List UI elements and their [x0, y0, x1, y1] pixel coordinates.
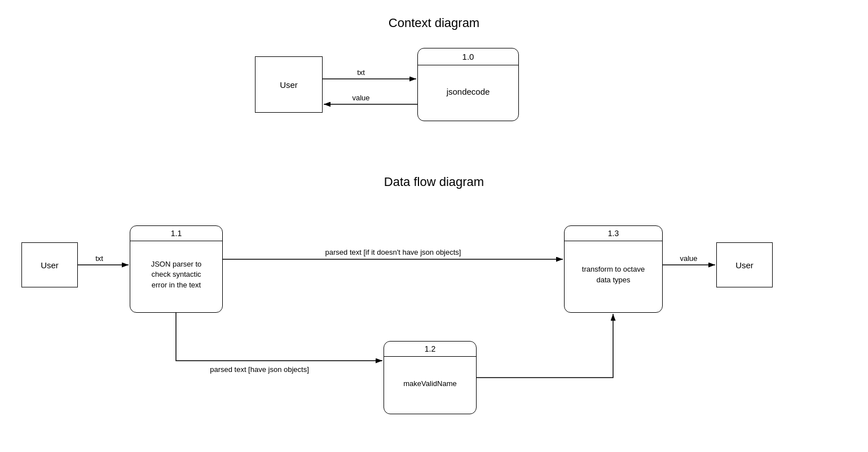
dfd-process-12: 1.2 makeValidName — [384, 341, 477, 414]
context-user-label: User — [280, 80, 298, 90]
dfd-p13-name: transform to octavedata types — [565, 241, 662, 308]
dfd-value-label: value — [680, 254, 697, 263]
ctx-value-label: value — [352, 94, 369, 102]
dfd-user-left-box: User — [21, 242, 78, 287]
ctx-txt-label: txt — [357, 68, 365, 77]
dfd-p11-name: JSON parser tocheck syntacticerror in th… — [130, 241, 222, 308]
dfd-p12-name: makeValidName — [384, 357, 476, 410]
dfd-parsed-no-json-label: parsed text [if it doesn't have json obj… — [325, 248, 461, 256]
dfd-parsed-json-arrow — [176, 313, 382, 361]
dfd-process-13: 1.3 transform to octavedata types — [564, 225, 663, 313]
dfd-user-right-box: User — [716, 242, 773, 287]
dfd-process-11: 1.1 JSON parser tocheck syntacticerror i… — [130, 225, 223, 313]
diagram-container: Context diagram User 1.0 jsondecode Data… — [0, 0, 868, 452]
context-user-box: User — [255, 56, 323, 113]
dfd-p12-number: 1.2 — [384, 342, 476, 357]
dfd-txt-label: txt — [95, 254, 103, 263]
dfd-p12-to-p13-arrow — [477, 314, 613, 378]
dfd-title: Data flow diagram — [0, 175, 868, 189]
dfd-p13-number: 1.3 — [565, 226, 662, 241]
dfd-user-right-label: User — [735, 260, 754, 270]
context-process-box: 1.0 jsondecode — [417, 48, 519, 121]
context-process-number: 1.0 — [418, 48, 518, 65]
context-diagram-title: Context diagram — [0, 16, 868, 30]
context-process-name: jsondecode — [418, 65, 518, 117]
dfd-p11-number: 1.1 — [130, 226, 222, 241]
dfd-user-left-label: User — [41, 260, 59, 270]
dfd-parsed-json-label: parsed text [have json objects] — [210, 365, 309, 374]
